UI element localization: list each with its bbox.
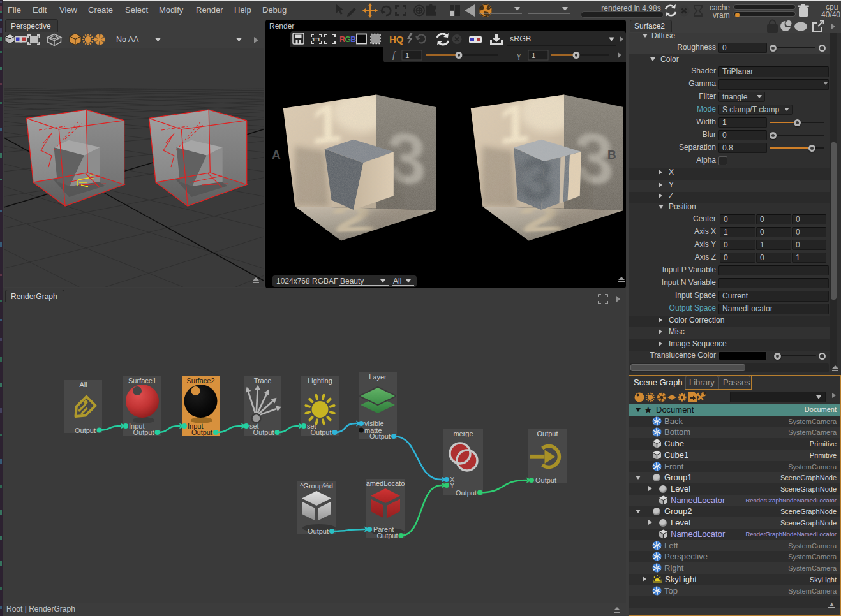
svg-text:Output: Output bbox=[456, 489, 477, 497]
svg-text:Output: Output bbox=[310, 429, 331, 436]
svg-text:Output: Output bbox=[535, 476, 556, 484]
svg-text:sRGB: sRGB bbox=[510, 34, 531, 43]
svg-text:No AA: No AA bbox=[116, 35, 139, 44]
svg-text:B: B bbox=[607, 148, 616, 161]
svg-text:RGB: RGB bbox=[339, 35, 356, 44]
svg-text:1: 1 bbox=[532, 52, 535, 59]
svg-text:Output: Output bbox=[308, 527, 329, 535]
svg-text:A: A bbox=[272, 148, 281, 161]
svg-text:All: All bbox=[393, 277, 401, 286]
svg-text:Y: Y bbox=[450, 481, 455, 489]
svg-text:amedLocato: amedLocato bbox=[366, 480, 405, 487]
svg-text:Output: Output bbox=[133, 429, 154, 436]
svg-text:γ: γ bbox=[516, 50, 521, 60]
svg-text:Layer: Layer bbox=[369, 373, 387, 381]
svg-text:Surface1: Surface1 bbox=[128, 377, 156, 385]
svg-text:Output: Output bbox=[75, 427, 96, 434]
svg-text:Output: Output bbox=[253, 429, 274, 436]
svg-text:Output: Output bbox=[376, 532, 398, 539]
svg-text:1024x768 RGBAF: 1024x768 RGBAF bbox=[276, 277, 338, 286]
svg-text:f: f bbox=[392, 50, 396, 60]
svg-text:1:1: 1:1 bbox=[312, 36, 320, 43]
svg-text:Lighting: Lighting bbox=[308, 377, 332, 385]
svg-text:Output: Output bbox=[191, 429, 212, 436]
svg-text:^Group%d: ^Group%d bbox=[300, 482, 333, 490]
svg-text:Output: Output bbox=[537, 430, 558, 437]
svg-text:Surface2: Surface2 bbox=[186, 377, 214, 385]
svg-text:Trace: Trace bbox=[254, 377, 272, 385]
svg-text:1: 1 bbox=[405, 52, 409, 59]
svg-text:Beauty: Beauty bbox=[340, 277, 364, 286]
svg-text:merge: merge bbox=[453, 430, 473, 437]
svg-text:HQ: HQ bbox=[389, 34, 404, 45]
svg-text:Output: Output bbox=[369, 432, 391, 440]
svg-text:All: All bbox=[79, 381, 87, 388]
